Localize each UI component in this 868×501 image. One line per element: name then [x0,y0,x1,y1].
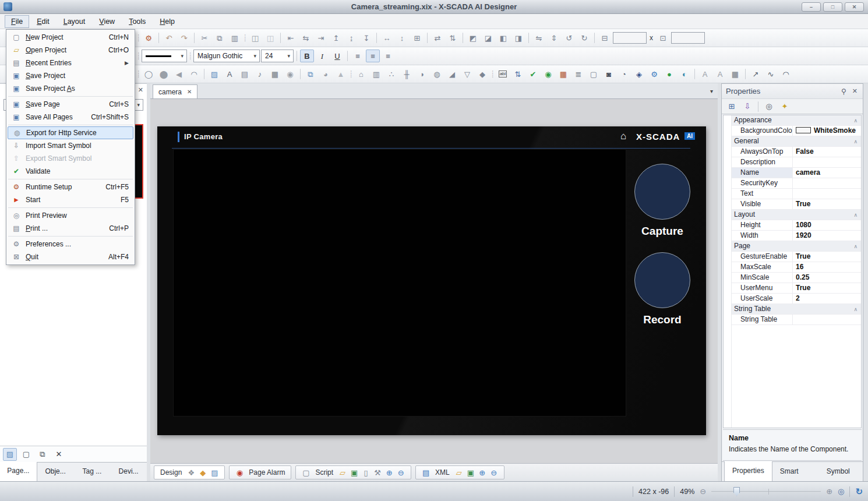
property-value[interactable] [792,315,861,324]
width-resize-icon[interactable]: ⊟ [598,31,612,44]
page-preview-icon[interactable]: ▨ [3,448,17,461]
maximize-button[interactable]: □ [823,2,842,12]
property-value[interactable] [792,157,861,167]
script-save-icon[interactable]: ▣ [348,466,360,479]
globe-icon[interactable]: ● [662,68,676,80]
align-middle-icon[interactable]: ↨ [344,31,358,44]
property-row-height[interactable]: Height 1080 ∧ [731,220,861,231]
same-width-icon[interactable]: ↔ [380,31,394,44]
radio-button-icon[interactable]: ◉ [541,68,555,80]
menu-item-start[interactable]: ► Start F5 [6,193,135,206]
property-category-layout[interactable]: Layout ∧ [731,210,861,220]
align-text-center-button[interactable]: ≡ [366,50,380,62]
home-icon[interactable]: ⌂ [620,131,626,141]
property-value[interactable]: True [792,199,861,209]
flip-horizontal-icon[interactable]: ⇋ [532,31,546,44]
same-size-icon[interactable]: ⊞ [410,31,424,44]
property-row-alwaysontop[interactable]: AlwaysOnTop False ∧ [731,147,861,157]
xml-file-icon[interactable]: ▤ [420,466,432,479]
property-value[interactable]: True [792,252,861,262]
bar-chart-icon[interactable]: ▥ [369,68,383,80]
align-top-icon[interactable]: ↥ [329,31,343,44]
menu-item-save-project[interactable]: ▣ Save Project [6,69,135,82]
design-image-icon[interactable]: ▨ [209,466,220,479]
list-icon[interactable]: ▤ [238,68,252,80]
property-value[interactable]: WhiteSmoke [792,126,861,136]
property-row-userscale[interactable]: UserScale 2 ∧ [731,294,861,304]
spline-chart-icon[interactable]: ◠ [779,68,793,80]
candlestick-chart-icon[interactable]: ╫ [400,68,414,80]
tab-script[interactable]: Script [315,468,333,477]
delete-page-icon[interactable]: ✕ [52,448,66,461]
tag-icon[interactable]: ◆ [197,466,209,479]
menu-item-print[interactable]: ▤ Print ... Ctrl+P [6,222,135,235]
pie-chart-icon[interactable]: ◑ [415,68,429,80]
pyramid-icon[interactable]: ▲ [334,68,348,80]
property-category-appearance[interactable]: Appearance ∧ [731,115,861,126]
menu-item-quit[interactable]: ⊠ Quit Alt+F4 [6,250,135,263]
funnel-chart-icon[interactable]: ▽ [460,68,474,80]
gauge-icon[interactable]: ◔ [617,68,631,80]
property-row-description[interactable]: Description ∧ [731,157,861,168]
menu-help[interactable]: Help [153,15,181,28]
redo-icon[interactable]: ↷ [177,31,191,44]
xml-zoom-in-icon[interactable]: ⊕ [477,466,488,479]
record-button[interactable] [634,252,690,308]
tab-tags[interactable]: Tag ... [74,463,111,481]
zoom-slider-thumb[interactable] [733,487,740,496]
script-zoom-out-icon[interactable]: ⊖ [395,466,407,479]
text-icon[interactable]: A [223,68,237,80]
copy-icon[interactable]: ⧉ [213,31,227,44]
property-row-backgroundcolor[interactable]: BackgroundColor WhiteSmoke ∧ [731,126,861,136]
new-page-icon[interactable]: ▢ [19,448,33,461]
tab-pages[interactable]: Page... [0,462,37,481]
bring-to-front-icon[interactable]: ◩ [466,31,480,44]
image-icon[interactable]: ▨ [207,68,221,80]
pin-icon[interactable]: ⚲ [839,87,849,96]
bold-button[interactable]: B [300,50,314,62]
space-vertical-icon[interactable]: ⇅ [446,31,460,44]
calendar-icon[interactable]: ▦ [556,68,570,80]
tree-icon[interactable]: ≣ [571,68,585,80]
menu-item-save-all-pages[interactable]: ▣ Save All Pages Ctrl+Shift+S [6,111,135,124]
menu-item-recent-entries[interactable]: ▤ Recent Entries ▶ [6,57,135,69]
property-row-visible[interactable]: Visible True ∧ [731,199,861,210]
ellipse-icon[interactable]: ◯ [142,68,156,80]
align-right-icon[interactable]: ⇥ [314,31,328,44]
donut-chart-icon[interactable]: ◍ [430,68,444,80]
menu-item-preferences[interactable]: ⚙ Preferences ... [6,238,135,250]
copy-page-icon[interactable]: ⧉ [36,448,50,461]
tab-close-icon[interactable]: ✕ [187,89,192,95]
page-design-surface[interactable]: IP Camera ⌂ X-SCADA AI Capture Record [157,126,706,435]
page-alarm-icon[interactable]: ◉ [234,466,245,479]
project-settings-icon[interactable]: ⚙ [142,31,156,44]
collapse-chevron-icon[interactable]: ∧ [853,210,861,220]
property-value[interactable]: 1920 [792,231,861,241]
property-value[interactable]: 16 [792,262,861,272]
height-input[interactable] [671,32,705,44]
alarm-lamp-icon[interactable]: ◙ [602,68,616,80]
menu-edit[interactable]: Edit [30,15,56,28]
textbox-icon[interactable]: abl [496,68,510,80]
height-resize-icon[interactable]: ⊡ [656,31,670,44]
collapse-chevron-icon[interactable]: ∧ [853,304,861,314]
globe-alt-icon[interactable]: ◐ [678,68,691,80]
wizard-icon[interactable]: ✦ [778,100,792,113]
width-input[interactable] [613,32,647,44]
shield-refresh-icon[interactable]: ◈ [632,68,646,80]
tab-list-dropdown-icon[interactable]: ▾ [710,88,713,94]
tab-devices[interactable]: Devi... [110,463,147,481]
movie-icon[interactable]: ▦ [268,68,282,80]
flip-vertical-icon[interactable]: ⇕ [547,31,561,44]
close-button[interactable]: ✕ [845,2,864,12]
zoom-100-button[interactable]: ◎ [838,487,844,496]
tab-page-alarm[interactable]: Page Alarm [249,468,285,477]
send-backward-icon[interactable]: ◨ [511,31,525,44]
pie-shape-icon[interactable]: ◕ [319,68,333,80]
align-text-right-button[interactable]: ≡ [381,50,395,62]
menu-item-export-smart-symbol[interactable]: ⇧ Export Smart Symbol [6,152,135,165]
line-chart-icon[interactable]: ∿ [764,68,778,80]
close-icon[interactable]: ✕ [849,87,859,95]
group-icon[interactable]: ◫ [248,31,262,44]
script-page-icon[interactable]: ▢ [300,466,312,479]
